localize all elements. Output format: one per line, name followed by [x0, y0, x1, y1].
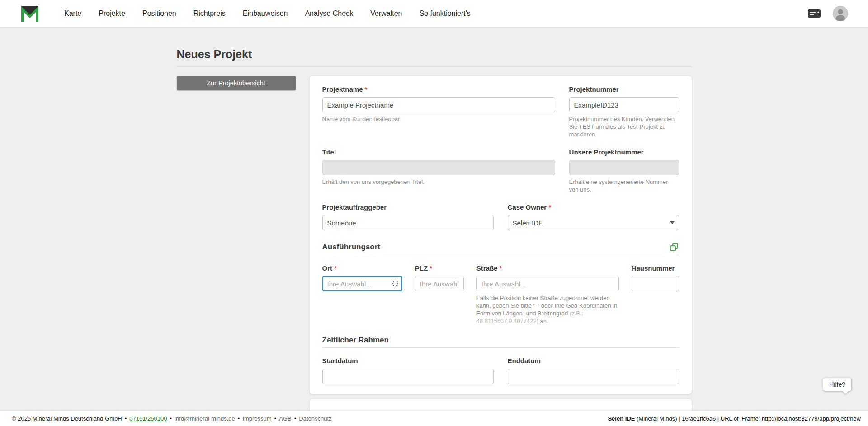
unsere-projektnummer-helper: Erhält eine systemgenerierte Nummer von … [569, 178, 679, 193]
startdatum-field: Startdatum [322, 357, 494, 384]
titel-input [322, 160, 555, 175]
plz-label: PLZ* [415, 264, 464, 272]
footer: © 2025 Mineral Minds Deutschland GmbH • … [0, 411, 868, 426]
help-button[interactable]: Hilfe? [823, 378, 851, 391]
required-asterisk: * [548, 203, 551, 211]
footer-separator: • [238, 415, 240, 422]
footer-separator: • [170, 415, 172, 422]
section-divider [322, 347, 679, 348]
title-divider [177, 66, 692, 67]
new-project-form-card: Projektname* Name vom Kunden festlegbar … [310, 76, 692, 394]
duplicate-icon[interactable] [669, 242, 679, 252]
projektnummer-label: Projektnummer [569, 85, 679, 94]
projektnummer-input[interactable] [569, 97, 679, 112]
loading-spinner-icon [392, 281, 398, 286]
ort-field: Ort* [322, 264, 402, 325]
footer-left: © 2025 Mineral Minds Deutschland GmbH • … [12, 415, 332, 422]
titel-field: Titel Erhält den von uns vorgegebenen Ti… [322, 148, 555, 193]
unsere-projektnummer-input [569, 160, 679, 175]
required-asterisk: * [500, 264, 502, 272]
footer-session-info: Selen IDE (Mineral Minds) | 16fae1ffc6a6… [608, 415, 861, 422]
enddatum-input[interactable] [508, 369, 679, 384]
titel-helper: Erhält den von uns vorgegebenen Titel. [322, 178, 555, 186]
case-owner-field: Case Owner* Selen IDE [508, 203, 679, 230]
plz-input[interactable] [415, 276, 464, 291]
page-title: Neues Projekt [177, 48, 692, 61]
footer-separator: • [294, 415, 297, 422]
nav-item-projekte[interactable]: Projekte [99, 9, 125, 18]
enddatum-label: Enddatum [508, 357, 679, 365]
titel-label: Titel [322, 148, 555, 156]
projektauftraggeber-label: Projektauftraggeber [322, 203, 494, 211]
unsere-projektnummer-field: Unsere Projektnummer Erhält eine systemg… [569, 148, 679, 193]
projektname-label: Projektname* [322, 85, 555, 94]
footer-separator: • [274, 415, 277, 422]
footer-email-link[interactable]: info@mineral-minds.de [175, 415, 235, 422]
nav-item-richtpreis[interactable]: Richtpreis [193, 9, 226, 18]
right-column: Projektname* Name vom Kunden festlegbar … [310, 76, 692, 426]
required-asterisk: * [365, 85, 368, 93]
strasse-field: Straße* Falls die Position keiner Straße… [476, 264, 619, 325]
nav-item-einbauweisen[interactable]: Einbauweisen [243, 9, 288, 18]
navbar-right [807, 6, 848, 21]
projektname-field: Projektname* Name vom Kunden festlegbar [322, 85, 555, 138]
plz-field: PLZ* [415, 264, 464, 325]
required-asterisk: * [429, 264, 432, 272]
footer-phone-link[interactable]: 07151/250100 [129, 415, 167, 422]
top-navbar: Karte Projekte Positionen Richtpreis Ein… [0, 0, 868, 27]
unsere-projektnummer-label: Unsere Projektnummer [569, 148, 679, 156]
main-nav: Karte Projekte Positionen Richtpreis Ein… [64, 9, 471, 18]
main-content: Neues Projekt Zur Projektübersicht Proje… [177, 27, 692, 426]
nav-item-karte[interactable]: Karte [64, 9, 81, 18]
projektname-helper: Name vom Kunden festlegbar [322, 115, 555, 123]
hausnummer-input[interactable] [632, 276, 679, 291]
footer-agb-link[interactable]: AGB [279, 415, 291, 422]
section-title-zeitlicher-rahmen: Zeitlicher Rahmen [322, 336, 389, 345]
projektnummer-helper: Projektnummer des Kunden. Verwenden Sie … [569, 115, 679, 138]
ort-label: Ort* [322, 264, 402, 272]
back-to-project-overview-button[interactable]: Zur Projektübersicht [177, 76, 296, 90]
section-divider [322, 255, 679, 255]
hausnummer-field: Hausnummer [632, 264, 679, 325]
enddatum-field: Enddatum [508, 357, 679, 384]
nav-item-so-funktionierts[interactable]: So funktioniert's [419, 9, 470, 18]
footer-separator: • [125, 415, 127, 422]
strasse-input[interactable] [476, 276, 619, 291]
footer-datenschutz-link[interactable]: Datenschutz [299, 415, 331, 422]
startdatum-label: Startdatum [322, 357, 494, 365]
mineral-minds-logo-icon[interactable] [20, 5, 40, 23]
strasse-label: Straße* [476, 264, 619, 272]
strasse-helper: Falls die Position keiner Straße zugeord… [476, 294, 619, 325]
required-asterisk: * [334, 264, 337, 272]
ort-input[interactable] [322, 276, 402, 291]
footer-meta: (Mineral Minds) | 16fae1ffc6a6 | URL of … [635, 415, 861, 422]
footer-impressum-link[interactable]: Impressum [242, 415, 271, 422]
footer-user-name: Selen IDE [608, 415, 635, 422]
case-owner-label: Case Owner* [508, 203, 679, 211]
hausnummer-label: Hausnummer [632, 264, 679, 272]
nav-item-positionen[interactable]: Positionen [142, 9, 176, 18]
user-avatar-icon[interactable] [833, 6, 848, 21]
left-column: Zur Projektübersicht [177, 76, 296, 90]
nav-item-analyse-check[interactable]: Analyse Check [305, 9, 353, 18]
projektname-input[interactable] [322, 97, 555, 112]
projektauftraggeber-input[interactable] [322, 215, 494, 230]
chevron-down-icon [670, 221, 675, 224]
case-owner-selected-value: Selen IDE [508, 215, 679, 230]
footer-copyright: © 2025 Mineral Minds Deutschland GmbH [12, 415, 122, 422]
projektnummer-field: Projektnummer Projektnummer des Kunden. … [569, 85, 679, 138]
startdatum-input[interactable] [322, 369, 494, 384]
projektauftraggeber-field: Projektauftraggeber [322, 203, 494, 230]
section-title-ausfuehrungsort: Ausführungsort [322, 243, 380, 252]
nav-item-verwalten[interactable]: Verwalten [370, 9, 402, 18]
case-owner-select[interactable]: Selen IDE [508, 215, 679, 230]
server-icon[interactable] [807, 9, 821, 19]
